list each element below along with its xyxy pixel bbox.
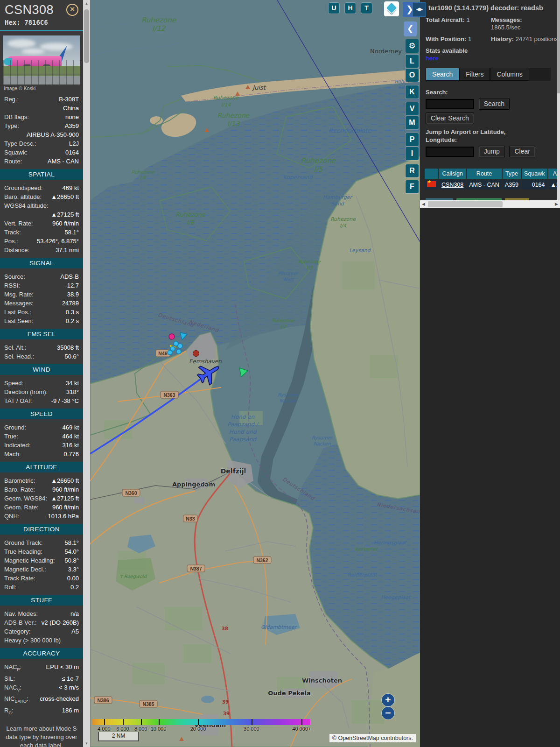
altitude-legend-labels: 4 0006 0008 00010 00020 00030 00040 000+: [92, 726, 310, 733]
settings-gear-icon[interactable]: ⚙: [406, 39, 419, 53]
section-header: ALTITUDE: [0, 462, 83, 472]
scroll-left-icon[interactable]: ◀: [420, 200, 427, 208]
hscrollbar-thumb[interactable]: [428, 201, 503, 207]
data-row: Mach:0.776: [0, 450, 83, 458]
map-button-l[interactable]: L: [406, 55, 419, 68]
map-button-r[interactable]: R: [406, 164, 419, 177]
altitude-tick-label: 40 000+: [292, 726, 311, 732]
data-row: Reg.:B-308T: [0, 95, 83, 104]
map-label: 't Roegwold: [119, 574, 147, 579]
data-row: Track:58.1°: [0, 228, 83, 237]
map-button-u[interactable]: U: [329, 3, 339, 14]
data-row: True:464 kt: [0, 432, 83, 441]
data-row: Msg. Rate:38.9: [0, 290, 83, 299]
panel-toggle-icon[interactable]: ◀▶: [413, 2, 426, 17]
data-row: Magnetic Decl.:3.3°: [0, 565, 83, 574]
map-label: Leysand: [349, 247, 371, 254]
readsb-link[interactable]: readsb: [521, 4, 543, 12]
scroll-down-icon[interactable]: ▼: [83, 740, 90, 747]
marker-red-dot[interactable]: [193, 351, 199, 357]
data-row: Sel. Alt.:35008 ft: [0, 343, 83, 352]
map-label: I/14: [221, 102, 231, 108]
map-button-t[interactable]: T: [361, 3, 372, 14]
aircraft-photo[interactable]: [3, 35, 80, 85]
layers-button[interactable]: [384, 1, 399, 16]
map-button-k[interactable]: K: [406, 85, 419, 99]
data-row: Route:AMS - CAN: [0, 157, 83, 166]
road-badge: N387: [190, 566, 202, 571]
map-button-m[interactable]: M: [406, 116, 419, 129]
map-label: Kerkeriet: [355, 546, 378, 552]
panel-horizontal-scrollbar[interactable]: ◀ ▶: [420, 200, 560, 208]
map-label: Ruhezone: [298, 259, 321, 264]
road-badge: N33: [186, 516, 195, 521]
map-label: I/8: [140, 175, 147, 180]
column-header[interactable]: Callsign: [439, 168, 466, 179]
table-row[interactable]: CSN308 AMS - CAN A359 0164 ▲26650: [424, 179, 560, 190]
section-header: SIGNAL: [0, 258, 83, 268]
stats-link[interactable]: here: [426, 55, 438, 62]
tab-columns[interactable]: Columns: [490, 68, 529, 81]
panel-vertical-scrollbar[interactable]: [557, 0, 560, 200]
map-label: Juist: [252, 84, 266, 91]
data-row: Sel. Head.:50.6°: [0, 352, 83, 361]
aircraft-table: CallsignRouteTypeSquawkAlt. (ft) CSN308 …: [424, 168, 560, 190]
column-header[interactable]: Squawk: [521, 168, 547, 179]
map-button-o[interactable]: O: [406, 69, 419, 82]
scroll-up-icon[interactable]: ▲: [83, 0, 90, 7]
scrollbar-thumb[interactable]: [84, 9, 89, 63]
map[interactable]: RuhezoneI/12NorderneyHohesRiffJuistRuhez…: [90, 0, 420, 747]
hex-code: Hex: 7816C6: [5, 19, 78, 26]
sidebar-scrollbar[interactable]: ▲ ▼: [83, 0, 90, 747]
data-row: Nav. Modes:n/a: [0, 609, 83, 618]
zoom-in-button[interactable]: +: [382, 694, 394, 706]
search-button[interactable]: Search: [479, 98, 510, 110]
tab-search[interactable]: Search: [426, 68, 459, 81]
jump-clear-button[interactable]: Clear: [509, 146, 535, 157]
table-header-row[interactable]: CallsignRouteTypeSquawkAlt. (ft): [424, 168, 560, 179]
column-header[interactable]: Route: [466, 168, 502, 179]
data-row: Last Seen:0.2 s: [0, 317, 83, 325]
data-row: Ground:469 kt: [0, 423, 83, 432]
jump-input[interactable]: [426, 147, 474, 157]
map-attribution[interactable]: © OpenStreetMap contributors.: [329, 734, 416, 742]
jump-button[interactable]: Jump: [479, 146, 505, 157]
road-badge: N360: [125, 490, 137, 496]
map-label: Ruhezone: [131, 169, 154, 175]
map-button-i[interactable]: I: [406, 147, 419, 160]
map-canvas: RuhezoneI/12NorderneyHohesRiffJuistRuhez…: [90, 0, 420, 747]
column-header[interactable]: [424, 168, 439, 179]
map-label: I/3: [307, 265, 313, 270]
map-label: Hond en: [231, 414, 255, 420]
row-callsign-link[interactable]: CSN308: [441, 182, 463, 188]
search-input[interactable]: [426, 99, 474, 109]
marker-pink-dot[interactable]: [169, 334, 175, 339]
map-label: Ruhezone: [217, 112, 250, 119]
close-icon[interactable]: ✕: [66, 4, 78, 16]
aircraft-detail-sidebar: CSN308 Hex: 7816C6 ✕ Image © Koski Reg.:…: [0, 0, 83, 747]
map-button-f[interactable]: F: [406, 180, 419, 193]
map-side-buttons: LOKVMPIRF: [406, 55, 419, 193]
data-row: Indicated:316 kt: [0, 441, 83, 450]
data-row: Barometric:▲26650 ft: [0, 476, 83, 485]
clear-search-button[interactable]: Clear Search: [426, 113, 474, 124]
map-button-p[interactable]: P: [406, 133, 419, 146]
data-row: SIL:≤ 1e-7: [0, 674, 83, 683]
tar1090-link[interactable]: tar1090: [428, 4, 452, 12]
map-label: Ruhezone: [301, 156, 336, 165]
altitude-tick-label: 30 000: [244, 726, 259, 732]
data-row: True Heading:54.0°: [0, 547, 83, 556]
search-label: Search:: [426, 88, 560, 96]
scroll-right-icon[interactable]: ▶: [553, 200, 560, 208]
zoom-out-button[interactable]: −: [382, 707, 394, 719]
data-row: Track Rate:0.00: [0, 574, 83, 583]
tab-filters[interactable]: Filters: [459, 68, 490, 81]
altitude-legend-bar: [92, 719, 310, 725]
image-credit: Image © Koski: [4, 85, 79, 91]
data-row: WGS84 altitude:: [0, 201, 83, 210]
map-button-v[interactable]: V: [406, 102, 419, 115]
column-header[interactable]: Type: [502, 168, 521, 179]
map-label: Itzendorfplate: [329, 127, 371, 134]
map-button-h[interactable]: H: [345, 3, 356, 14]
collapse-left-icon[interactable]: ❮: [404, 21, 417, 36]
